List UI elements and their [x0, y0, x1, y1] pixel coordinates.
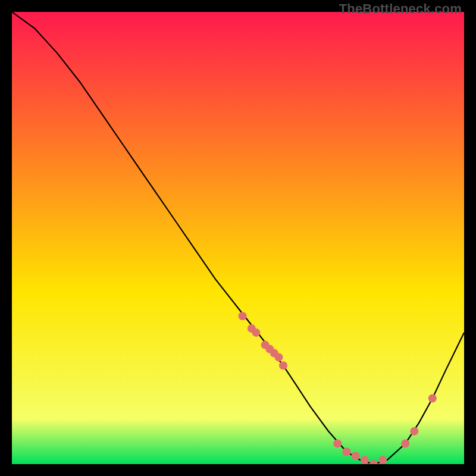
data-point — [274, 353, 283, 361]
chart-svg — [12, 12, 464, 464]
data-point — [239, 312, 247, 320]
data-point — [361, 456, 369, 464]
data-point — [279, 361, 287, 369]
watermark-text: TheBottleneck.com — [339, 1, 462, 17]
chart-frame — [12, 12, 464, 464]
data-point — [428, 394, 437, 403]
data-point — [252, 328, 260, 337]
gradient-background — [12, 12, 464, 464]
data-point — [333, 440, 342, 448]
data-point — [401, 440, 409, 448]
data-point — [342, 447, 350, 456]
data-point — [410, 427, 418, 436]
data-point — [352, 452, 360, 460]
data-point — [378, 456, 387, 464]
